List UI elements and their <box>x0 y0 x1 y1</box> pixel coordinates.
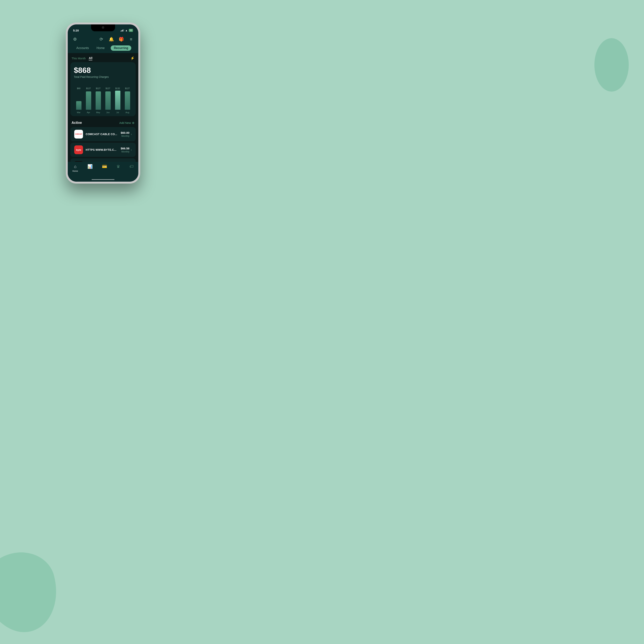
add-icon: ⊕ <box>132 121 135 125</box>
list-item-patreon[interactable]: ⬤Patreon$5.40Monthly› <box>70 158 136 162</box>
notch <box>91 24 115 31</box>
nav-charts[interactable]: 📊 <box>87 164 93 169</box>
comcast-chevron-icon: › <box>131 133 132 136</box>
chart-card: $868 Total Paid Recurring Charges $60$12… <box>70 62 136 116</box>
battery-icon: 53 <box>129 29 133 32</box>
wifi-icon: ▲ <box>125 29 128 32</box>
nav-cards[interactable]: 💳 <box>102 164 107 169</box>
menu-icon: ≡ <box>130 37 132 42</box>
tab-accounts[interactable]: Accounts <box>75 46 90 51</box>
comcast-right: $60.00Monthly <box>121 131 129 137</box>
recurring-list: COMCASTCOMCAST CABLE CO...$60.00Monthly›… <box>68 127 138 162</box>
gift-icon: 🎁 <box>119 37 124 42</box>
bar-jul[interactable] <box>115 91 120 110</box>
signal-icon <box>121 29 124 31</box>
bar-chart: $60$127$127$127$132$127 <box>74 83 132 110</box>
comcast-name: COMCAST CABLE CO... <box>86 133 121 136</box>
camera <box>102 26 104 29</box>
bar-aug[interactable] <box>125 91 130 110</box>
settings-button[interactable]: ⚙ <box>72 36 78 43</box>
status-time: 5:20 <box>73 29 79 32</box>
nav-home-label: Home <box>72 170 78 172</box>
bar-value-aug: $127 <box>125 87 130 89</box>
charts-icon: 📊 <box>87 164 93 169</box>
bell-button[interactable]: 🔔 <box>108 36 115 43</box>
sync-icon: ⟳ <box>100 37 103 42</box>
add-new-button[interactable]: Add New ⊕ <box>119 121 135 125</box>
byte-logo: byte <box>74 145 83 154</box>
comcast-amount: $60.00 <box>121 131 129 134</box>
bar-value-may: $127 <box>96 87 100 89</box>
main-content: This Month All ⚡ $868 Total Paid Recurri… <box>68 53 138 162</box>
bar-col-aug: $127 <box>123 87 132 110</box>
section-title: Active <box>72 121 82 125</box>
status-icons: ▲ 53 <box>121 29 133 32</box>
header-icons: ⚙ ⟳ 🔔 🎁 ≡ <box>72 36 135 43</box>
header: ⚙ ⟳ 🔔 🎁 ≡ <box>68 34 138 53</box>
byte-chevron-icon: › <box>131 148 132 151</box>
filter-adjust-icon[interactable]: ⚡ <box>130 56 135 60</box>
bar-value-apr: $127 <box>86 87 91 89</box>
bar-col-jun: $127 <box>103 87 113 110</box>
bar-may[interactable] <box>96 91 101 110</box>
tab-recurring[interactable]: Recurring <box>111 45 131 51</box>
card-icon: 💳 <box>102 164 107 169</box>
home-indicator <box>68 177 138 182</box>
byte-frequency: Monthly <box>121 150 129 153</box>
filter-all[interactable]: All <box>89 56 92 60</box>
phone-screen: 5:20 ▲ 53 ⚙ <box>68 24 138 182</box>
filter-bar: This Month All ⚡ <box>68 53 138 62</box>
bar-labels: MarAprMayJunJulAug <box>74 111 132 114</box>
gift-button[interactable]: 🎁 <box>118 36 125 43</box>
phone-frame: 5:20 ▲ 53 ⚙ <box>66 23 140 184</box>
chart-label: Total Paid Recurring Charges <box>74 75 132 78</box>
bar-month-jun: Jun <box>103 111 113 114</box>
bar-col-mar: $60 <box>74 87 84 110</box>
bar-value-mar: $60 <box>77 87 80 89</box>
bar-apr[interactable] <box>86 91 91 110</box>
bar-col-apr: $127 <box>84 87 93 110</box>
bottom-nav: ⌂ Home 📊 💳 ♛ 🏷 <box>68 162 138 177</box>
nav-home[interactable]: ⌂ Home <box>72 164 78 172</box>
bar-jun[interactable] <box>105 91 111 110</box>
menu-button[interactable]: ≡ <box>128 36 135 43</box>
byte-right: $66.58Monthly <box>121 147 129 153</box>
nav-tabs: Accounts Home Recurring <box>72 45 135 51</box>
settings-icon: ⚙ <box>73 37 77 42</box>
bar-col-jul: $132 <box>113 87 123 110</box>
bell-icon: 🔔 <box>109 37 114 42</box>
bar-mar[interactable] <box>76 101 81 110</box>
sync-button[interactable]: ⟳ <box>98 36 105 43</box>
bar-month-mar: Mar <box>74 111 84 114</box>
home-line <box>92 179 114 180</box>
chart-total-amount: $868 <box>74 66 132 75</box>
filter-this-month[interactable]: This Month <box>72 57 86 60</box>
list-item-comcast[interactable]: COMCASTCOMCAST CABLE CO...$60.00Monthly› <box>70 127 136 141</box>
nav-crown[interactable]: ♛ <box>116 164 120 169</box>
bar-value-jun: $127 <box>106 87 110 89</box>
comcast-logo: COMCAST <box>74 130 83 139</box>
crown-icon: ♛ <box>116 164 120 169</box>
bar-month-jul: Jul <box>113 111 123 114</box>
home-icon: ⌂ <box>74 164 76 169</box>
bar-month-apr: Apr <box>84 111 93 114</box>
comcast-frequency: Monthly <box>121 135 129 137</box>
tab-home[interactable]: Home <box>95 46 106 51</box>
byte-amount: $66.58 <box>121 147 129 150</box>
bar-col-may: $127 <box>93 87 103 110</box>
bar-value-jul: $132 <box>115 87 120 89</box>
tag-icon: 🏷 <box>129 164 134 169</box>
nav-tag[interactable]: 🏷 <box>129 164 134 169</box>
bar-month-may: May <box>93 111 103 114</box>
byte-name: HTTPS WWW.BYTE.C... <box>86 148 121 151</box>
section-header: Active Add New ⊕ <box>68 119 138 127</box>
header-right-icons: ⟳ 🔔 🎁 ≡ <box>98 36 135 43</box>
list-item-byte[interactable]: byteHTTPS WWW.BYTE.C...$66.58Monthly› <box>70 143 136 157</box>
filter-tabs: This Month All <box>72 56 92 60</box>
bar-month-aug: Aug <box>123 111 132 114</box>
